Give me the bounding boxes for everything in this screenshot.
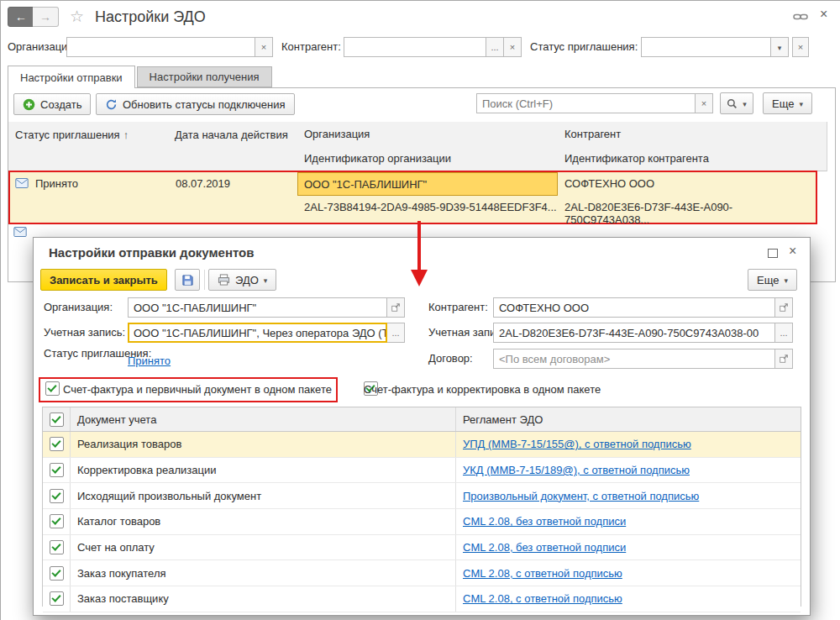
send-settings-dialog: Настройки отправки документов × Записать… bbox=[33, 237, 811, 616]
choose-dots-icon[interactable]: ... bbox=[387, 323, 405, 343]
document-name: Корректировка реализации bbox=[71, 458, 456, 483]
close-dialog-icon[interactable]: × bbox=[789, 244, 796, 258]
sort-asc-icon: ↑ bbox=[123, 129, 129, 141]
create-button[interactable]: Создать bbox=[13, 93, 91, 115]
row-checkbox[interactable] bbox=[50, 437, 64, 451]
filter-status-field: ▾ bbox=[641, 37, 789, 57]
counterparty-label: Контрагент: bbox=[428, 301, 488, 313]
edo-menu-button[interactable]: ЭДО ▾ bbox=[208, 269, 276, 291]
table-row[interactable]: Исходящий произвольный документ Произвол… bbox=[43, 483, 801, 509]
table-row[interactable]: Корректировка реализации УКД (ММВ-7-15/1… bbox=[43, 458, 801, 484]
row-checkbox[interactable] bbox=[50, 591, 64, 606]
save-icon bbox=[181, 274, 194, 286]
status-label: Статус приглашения: bbox=[44, 347, 128, 360]
row-organization-selected-cell[interactable]: ООО "1С-ПАБЛИШИНГ" bbox=[297, 172, 558, 196]
open-icon[interactable] bbox=[387, 297, 405, 318]
select-all-checkbox[interactable] bbox=[50, 412, 64, 427]
row-organization-id: 2AL-73B84194-2DA9-4985-9D39-51448EEDF3F4… bbox=[304, 201, 557, 213]
filter-counterparty-field: ... × bbox=[344, 37, 522, 57]
filter-status-input[interactable] bbox=[647, 38, 765, 56]
back-icon: ← bbox=[15, 10, 27, 24]
search-options-button[interactable]: ▾ bbox=[720, 92, 753, 114]
column-header-date[interactable]: Дата начала действия bbox=[168, 122, 312, 178]
choose-dots-icon[interactable]: ... bbox=[775, 323, 793, 343]
column-header-counterparty-id[interactable]: Идентификатор контрагента bbox=[558, 146, 827, 171]
row-checkbox[interactable] bbox=[50, 540, 64, 554]
save-and-close-button[interactable]: Записать и закрыть bbox=[40, 269, 167, 291]
account-value[interactable]: ООО "1С-ПАБЛИШИНГ", Через оператора ЭДО … bbox=[128, 323, 387, 343]
filter-status-label: Статус приглашения: bbox=[530, 40, 638, 53]
close-window-icon[interactable]: × bbox=[820, 8, 827, 21]
reglament-link[interactable]: CML 2.08, с ответной подписью bbox=[463, 592, 622, 605]
page-title: Настройки ЭДО bbox=[95, 8, 206, 26]
forward-button[interactable]: → bbox=[33, 7, 59, 27]
favorites-star-icon[interactable]: ☆ bbox=[70, 7, 84, 26]
filter-organization-input[interactable] bbox=[72, 38, 249, 56]
column-header-reglament[interactable]: Регламент ЭДО bbox=[456, 407, 801, 431]
refresh-statuses-button[interactable]: Обновить статусы подключения bbox=[96, 93, 295, 115]
invoice-one-package-label: Счет-фактура и первичный документ в одно… bbox=[63, 383, 332, 396]
save-button[interactable] bbox=[175, 269, 200, 291]
row-counterparty-id: 2AL-D820E3E6-D73F-443E-A090-750C9743A038… bbox=[564, 201, 816, 226]
table-row[interactable]: Счет на оплату CML 2.08, без ответной по… bbox=[43, 535, 801, 561]
chevron-down-icon[interactable]: ▾ bbox=[771, 37, 789, 57]
envelope-status-icon bbox=[13, 226, 27, 238]
search-icon bbox=[727, 98, 738, 109]
document-name: Счет на оплату bbox=[71, 535, 456, 560]
back-button[interactable]: ← bbox=[8, 7, 34, 27]
get-link-icon[interactable] bbox=[793, 11, 808, 23]
row-checkbox[interactable] bbox=[50, 566, 64, 581]
contract-field: <По всем договорам> bbox=[493, 349, 793, 369]
open-icon[interactable] bbox=[775, 349, 793, 369]
column-header-organization[interactable]: Организация bbox=[297, 122, 572, 147]
row-checkbox[interactable] bbox=[50, 463, 64, 477]
reglament-link[interactable]: Произвольный документ, с ответной подпис… bbox=[463, 490, 699, 502]
search-input[interactable] bbox=[482, 94, 690, 113]
table-row[interactable]: Реализация товаров УПД (ММВ-7-15/155@), … bbox=[43, 432, 801, 458]
counterparty-account-value[interactable]: 2AL-D820E3E6-D73F-443E-A090-750C9743A038… bbox=[493, 323, 775, 343]
organization-value[interactable]: ООО "1С-ПАБЛИШИНГ" bbox=[128, 297, 387, 318]
reglament-link[interactable]: CML 2.08, с ответной подписью bbox=[463, 567, 622, 580]
contract-value[interactable]: <По всем договорам> bbox=[493, 349, 775, 369]
account-field: ООО "1С-ПАБЛИШИНГ", Через оператора ЭДО … bbox=[128, 323, 405, 343]
filter-counterparty-input[interactable] bbox=[349, 38, 480, 56]
more-button[interactable]: Еще ▾ bbox=[763, 92, 812, 114]
row-counterparty: СОФТЕХНО ООО bbox=[564, 177, 654, 190]
selected-list-row[interactable]: Принято 08.07.2019 ООО "1С-ПАБЛИШИНГ" СО… bbox=[8, 171, 817, 224]
open-icon[interactable] bbox=[775, 297, 793, 318]
document-name: Исходящий произвольный документ bbox=[71, 483, 456, 508]
clear-icon[interactable]: × bbox=[792, 37, 809, 57]
table-row[interactable]: Заказ покупателя CML 2.08, с ответной по… bbox=[43, 560, 801, 586]
reglament-link[interactable]: УКД (ММВ-7-15/189@), с ответной подписью bbox=[463, 464, 690, 476]
table-row[interactable]: Каталог товаров CML 2.08, без ответной п… bbox=[43, 509, 801, 535]
reglament-link[interactable]: CML 2.08, без ответной подписи bbox=[463, 515, 626, 528]
reglament-link[interactable]: УПД (ММВ-7-15/155@), с ответной подписью bbox=[463, 438, 691, 450]
documents-table: Документ учета Регламент ЭДО Реализация … bbox=[42, 407, 801, 607]
contract-label: Договор: bbox=[428, 352, 473, 365]
row-checkbox[interactable] bbox=[50, 514, 64, 528]
column-header-counterparty[interactable]: Контрагент bbox=[558, 122, 827, 147]
counterparty-field: СОФТЕХНО ООО bbox=[493, 297, 793, 318]
filter-organization-field: × bbox=[66, 37, 273, 57]
reglament-link[interactable]: CML 2.08, без ответной подписи bbox=[463, 541, 626, 554]
dialog-more-button[interactable]: Еще ▾ bbox=[748, 269, 797, 291]
invoice-one-package-checkbox[interactable] bbox=[45, 381, 60, 396]
forward-icon: → bbox=[39, 10, 51, 24]
choose-dots-icon[interactable]: ... bbox=[486, 37, 504, 57]
counterparty-value[interactable]: СОФТЕХНО ООО bbox=[493, 297, 775, 318]
tab-receive-settings[interactable]: Настройки получения bbox=[137, 66, 272, 87]
column-header-organization-id[interactable]: Идентификатор организации bbox=[297, 146, 572, 171]
column-header-status[interactable]: Статус приглашения ↑ bbox=[8, 122, 182, 178]
restore-window-icon[interactable] bbox=[768, 248, 778, 260]
table-row[interactable]: Заказ поставщику CML 2.08, с ответной по… bbox=[43, 586, 801, 612]
row-checkbox[interactable] bbox=[50, 489, 64, 503]
dialog-title: Настройки отправки документов bbox=[49, 245, 255, 260]
clear-icon[interactable]: × bbox=[255, 37, 273, 57]
column-header-document[interactable]: Документ учета bbox=[71, 407, 456, 431]
invitation-status-link[interactable]: Принято bbox=[128, 355, 171, 367]
plus-icon bbox=[23, 98, 35, 111]
tab-send-settings[interactable]: Настройки отправки bbox=[8, 66, 135, 88]
clear-icon[interactable]: × bbox=[696, 93, 713, 113]
documents-table-header: Документ учета Регламент ЭДО bbox=[43, 407, 801, 432]
clear-icon[interactable]: × bbox=[504, 37, 522, 57]
